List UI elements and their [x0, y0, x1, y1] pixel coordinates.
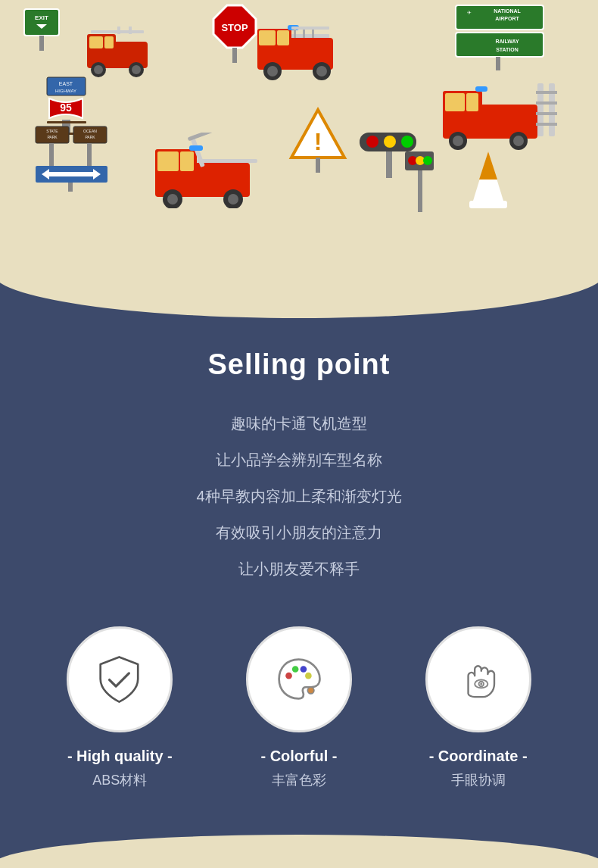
fire-truck-3: [144, 133, 265, 211]
svg-rect-40: [259, 30, 276, 45]
caution-cone: [462, 148, 515, 219]
svg-text:95: 95: [60, 101, 72, 114]
svg-point-43: [267, 66, 278, 76]
icon-sublabel-coordinate: 手眼协调: [451, 771, 506, 789]
svg-rect-86: [466, 93, 478, 111]
airport-sign: ✈ NATIONAL AIRPORT RAILWAY STATION: [454, 4, 545, 75]
svg-point-104: [292, 666, 299, 673]
feature-text-4: 有效吸引小朋友的注意力: [15, 520, 583, 545]
selling-point-title: Selling point: [15, 348, 583, 381]
svg-point-103: [285, 673, 292, 679]
svg-rect-3: [39, 36, 44, 51]
svg-rect-33: [117, 27, 120, 34]
svg-text:NATIONAL: NATIONAL: [494, 8, 521, 14]
svg-text:EAST: EAST: [59, 81, 73, 86]
svg-rect-79: [189, 145, 203, 151]
icon-item-colorful: - Colorful - 丰富色彩: [223, 626, 375, 789]
svg-point-73: [167, 194, 178, 205]
svg-rect-26: [89, 36, 103, 48]
svg-rect-9: [47, 121, 86, 123]
park-signs: STATE PARK OCEAN PARK: [34, 125, 110, 196]
svg-rect-70: [157, 151, 179, 171]
svg-text:AIRPORT: AIRPORT: [495, 16, 519, 21]
icon-circle-colorful: [246, 626, 352, 732]
exit-sign: EXIT: [23, 8, 61, 56]
svg-point-45: [316, 66, 327, 76]
fire-truck-2: [250, 15, 348, 86]
svg-text:STATE: STATE: [46, 129, 58, 133]
svg-point-65: [384, 136, 396, 148]
icon-circle-coordinate: [425, 626, 531, 732]
svg-rect-23: [68, 183, 73, 192]
icon-item-high-quality: - High quality - ABS材料: [44, 626, 195, 789]
svg-rect-95: [536, 112, 557, 115]
svg-text:STATION: STATION: [496, 47, 519, 52]
hand-eye-icon: [452, 653, 505, 706]
svg-marker-81: [479, 151, 497, 180]
svg-point-106: [305, 673, 312, 679]
top-section: EXIT EAST HIGHWAY 95 STATE PARK OCEAN PA…: [0, 0, 598, 258]
icon-label-high-quality: - High quality -: [67, 748, 173, 765]
icons-row: - High quality - ABS材料 - Colorfu: [15, 626, 583, 789]
svg-rect-18: [87, 143, 92, 166]
svg-text:OCEAN: OCEAN: [83, 129, 97, 133]
svg-rect-27: [104, 36, 114, 48]
fire-truck-4: [431, 76, 560, 155]
svg-rect-0: [24, 9, 59, 36]
svg-point-110: [480, 682, 482, 685]
svg-text:EXIT: EXIT: [35, 14, 48, 21]
svg-text:RAILWAY: RAILWAY: [495, 39, 519, 44]
feature-text-2: 让小品学会辨别车型名称: [15, 448, 583, 472]
svg-rect-93: [536, 91, 557, 94]
svg-rect-96: [536, 123, 557, 126]
svg-point-64: [366, 136, 378, 148]
svg-rect-34: [129, 27, 132, 34]
palette-icon: [273, 653, 325, 706]
icon-circle-high-quality: [67, 626, 173, 732]
svg-rect-47: [291, 34, 329, 38]
svg-rect-22: [49, 172, 93, 176]
svg-rect-78: [197, 159, 257, 163]
svg-rect-59: [496, 57, 500, 70]
svg-text:HIGHWAY: HIGHWAY: [55, 89, 76, 93]
fire-truck-1: [76, 23, 159, 83]
signal-pole: [401, 148, 439, 226]
svg-text:PARK: PARK: [47, 135, 58, 139]
svg-rect-94: [536, 101, 557, 105]
shield-check-icon: [93, 653, 146, 706]
icon-label-colorful: - Colorful -: [260, 748, 337, 765]
svg-point-90: [513, 136, 524, 146]
svg-text:!: !: [314, 128, 322, 155]
svg-text:✈: ✈: [467, 10, 472, 15]
icon-sublabel-high-quality: ABS材料: [92, 771, 147, 789]
svg-rect-51: [291, 27, 329, 30]
svg-text:STOP: STOP: [221, 22, 248, 33]
feature-text-5: 让小朋友爱不释手: [15, 557, 583, 581]
svg-rect-85: [445, 93, 465, 111]
svg-rect-62: [316, 158, 320, 173]
svg-point-88: [453, 136, 463, 146]
svg-point-105: [301, 666, 307, 673]
dark-section: Selling point 趣味的卡通飞机造型 让小品学会辨别车型名称 4种早教…: [0, 318, 598, 835]
warning-sign: !: [288, 106, 348, 177]
svg-point-107: [307, 687, 314, 694]
svg-rect-17: [49, 143, 54, 166]
bottom-wave: [0, 835, 598, 868]
svg-rect-56: [456, 33, 543, 57]
svg-point-75: [228, 194, 238, 205]
icon-label-coordinate: - Coordinate -: [429, 748, 528, 765]
feature-text-1: 趣味的卡通飞机造型: [15, 411, 583, 436]
svg-rect-37: [232, 48, 237, 63]
svg-rect-67: [386, 151, 392, 178]
svg-point-66: [401, 136, 413, 148]
svg-point-31: [132, 65, 141, 74]
wave-divider: [0, 258, 598, 318]
svg-text:PARK: PARK: [85, 135, 95, 139]
icon-item-coordinate: - Coordinate - 手眼协调: [403, 626, 554, 789]
svg-point-29: [94, 65, 103, 74]
svg-rect-97: [475, 86, 487, 92]
svg-rect-41: [277, 30, 289, 45]
feature-text-3: 4种早教内容加上柔和渐变灯光: [15, 484, 583, 508]
svg-point-102: [423, 156, 432, 165]
svg-rect-71: [180, 151, 194, 171]
